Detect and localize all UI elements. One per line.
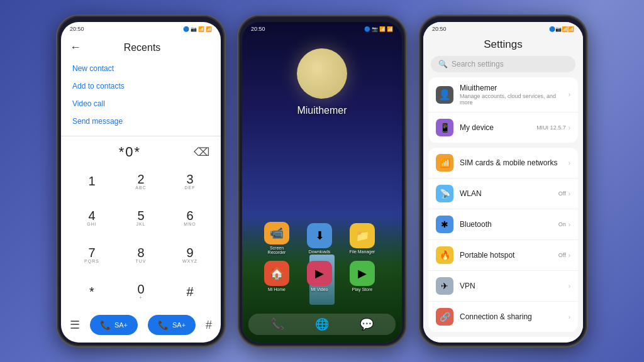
key-hash[interactable]: # [165, 273, 214, 310]
home-screen: Miuithemer 📹 Screen Recorder ⬇ Downloads… [242, 36, 402, 343]
status-time-2: 20:50 [251, 26, 265, 32]
connection-sharing-right: › [569, 314, 570, 321]
home-dock: 📞 🌐 💬 [248, 314, 396, 335]
my-device-icon: 📱 [436, 119, 453, 136]
dialer-header: ← Recents [61, 36, 221, 57]
settings-account-item[interactable]: 👤 Miuithemer Manage accounts, cloud serv… [428, 77, 578, 112]
settings-bluetooth-item[interactable]: ✱ Bluetooth On › [428, 209, 578, 240]
bluetooth-content: Bluetooth [460, 220, 552, 229]
file-manager-icon: 📁 [350, 223, 375, 248]
key-7[interactable]: 7PQRS [67, 236, 116, 273]
settings-wlan-item[interactable]: 📡 WLAN Off › [428, 178, 578, 209]
screen-recorder-label: Screen Recorder [260, 246, 293, 255]
settings-title: Settings [423, 36, 583, 56]
account-content: Miuithemer Manage accounts, cloud servic… [460, 84, 562, 106]
wlan-chevron: › [569, 190, 570, 197]
search-icon: 🔍 [438, 60, 448, 69]
app-screen-recorder[interactable]: 📹 Screen Recorder [260, 222, 293, 255]
status-icons-2: 🔵📷📶📶 [364, 26, 393, 32]
keypad-icon[interactable]: # [206, 319, 212, 332]
connection-sharing-title: Connection & sharing [460, 312, 562, 321]
connection-sharing-chevron: › [569, 314, 570, 321]
hotspot-status: Off [558, 252, 566, 258]
account-name: Miuithemer [460, 84, 562, 92]
dialer-display: *0* [72, 144, 187, 160]
settings-hotspot-item[interactable]: 🔥 Portable hotspot Off › [428, 240, 578, 271]
dock-browser-icon[interactable]: 🌐 [315, 317, 329, 331]
dialer-actions: New contact Add to contacts Video call S… [61, 57, 221, 133]
screen-recorder-icon: 📹 [264, 222, 289, 244]
connection-sharing-icon: 🔗 [436, 308, 453, 326]
key-star[interactable]: * [67, 273, 116, 310]
settings-search-bar[interactable]: 🔍 Search settings [431, 56, 575, 72]
hotspot-title: Portable hotspot [460, 251, 552, 260]
settings-my-device-item[interactable]: 📱 My device MIUI 12.5.7 › [428, 112, 578, 143]
wlan-title: WLAN [460, 189, 552, 198]
settings-wallpaper-item[interactable]: 🖼 Wallpaper & personalization › [428, 337, 578, 343]
settings-personalization-section: 🖼 Wallpaper & personalization › 🔒 Always… [428, 337, 578, 343]
sim-right: › [569, 160, 570, 167]
wlan-right: Off › [558, 190, 570, 197]
account-avatar: 👤 [436, 86, 453, 104]
dock-messages-icon[interactable]: 💬 [360, 317, 374, 331]
phone-home: 20:50 🔵📷📶📶 Miuithemer 📹 Screen Recorder [237, 14, 407, 348]
key-5[interactable]: 5JKL [116, 200, 165, 237]
dock-phone-icon[interactable]: 📞 [270, 317, 284, 331]
settings-vpn-item[interactable]: ✈ VPN › [428, 271, 578, 302]
call-button-2[interactable]: 📞 SA+ [148, 315, 196, 335]
my-device-label: My device [460, 123, 530, 132]
key-4[interactable]: 4GHI [67, 200, 116, 237]
app-mi-home[interactable]: 🏠 Mi Home [260, 260, 293, 292]
vpn-chevron: › [569, 283, 570, 290]
moon-decoration [297, 48, 347, 99]
key-1[interactable]: 1 [67, 163, 116, 200]
wlan-status: Off [558, 190, 566, 197]
hotspot-right: Off › [558, 252, 570, 259]
settings-connection-sharing-item[interactable]: 🔗 Connection & sharing › [428, 302, 578, 332]
key-3[interactable]: 3DEF [165, 163, 214, 200]
call-label-2: SA+ [172, 321, 186, 329]
search-placeholder: Search settings [452, 60, 568, 69]
status-bar-2: 20:50 🔵📷📶📶 [242, 22, 402, 36]
key-9[interactable]: 9WXYZ [165, 236, 214, 273]
settings-sim-item[interactable]: 📶 SIM cards & mobile networks › [428, 148, 578, 178]
phone-dialer: 20:50 🔵📷📶📶 ← Recents New contact Add to … [56, 14, 226, 348]
new-contact-action[interactable]: New contact [72, 60, 209, 77]
phone-icon-2: 📞 [158, 320, 169, 330]
sim-title: SIM cards & mobile networks [460, 158, 562, 167]
app-file-manager[interactable]: 📁 File Manager [346, 222, 379, 255]
key-2[interactable]: 2ABC [116, 163, 165, 200]
phone-icon-1: 📞 [100, 320, 111, 330]
key-6[interactable]: 6MNO [165, 200, 214, 237]
vpn-right: › [569, 283, 570, 290]
file-manager-label: File Manager [350, 250, 375, 254]
status-bar-3: 20:50 🔵📷📶📶 [423, 22, 583, 36]
dialer-input-row: *0* ⌫ [61, 139, 221, 163]
bluetooth-title: Bluetooth [460, 220, 552, 229]
app-downloads[interactable]: ⬇ Downloads [303, 222, 336, 255]
video-call-action[interactable]: Video call [72, 96, 209, 112]
call-button-1[interactable]: 📞 SA+ [90, 315, 138, 335]
my-device-badge: MIUI 12.5.7 [536, 124, 566, 131]
key-0[interactable]: 0+ [116, 273, 165, 310]
bluetooth-status: On [558, 221, 566, 228]
dialer-backspace[interactable]: ⌫ [194, 145, 209, 159]
my-device-right: MIUI 12.5.7 › [536, 124, 570, 131]
settings-account-section: 👤 Miuithemer Manage accounts, cloud serv… [428, 77, 578, 143]
app-mi-video[interactable]: ▶ Mi Video [303, 260, 336, 292]
send-message-action[interactable]: Send message [72, 113, 209, 129]
menu-icon[interactable]: ☰ [70, 318, 80, 332]
vpn-title: VPN [460, 282, 562, 290]
connection-sharing-content: Connection & sharing [460, 312, 562, 321]
dialer-bottom: ☰ 📞 SA+ 📞 SA+ # [61, 310, 221, 343]
wlan-content: WLAN [460, 189, 552, 198]
key-8[interactable]: 8TUV [116, 236, 165, 273]
dialer-keypad: 1 2ABC 3DEF 4GHI 5JKL 6MNO 7PQRS 8TUV 9W… [61, 163, 221, 310]
add-to-contacts-action[interactable]: Add to contacts [72, 78, 209, 94]
vpn-icon: ✈ [436, 277, 453, 295]
back-button[interactable]: ← [70, 41, 81, 54]
app-play-store[interactable]: ▶ Play Store [346, 260, 379, 292]
status-bar-1: 20:50 🔵📷📶📶 [61, 22, 221, 36]
settings-connections-section: 📶 SIM cards & mobile networks › 📡 WLAN O… [428, 148, 578, 332]
phone-settings: 20:50 🔵📷📶📶 Settings 🔍 Search settings 👤 … [418, 14, 588, 348]
